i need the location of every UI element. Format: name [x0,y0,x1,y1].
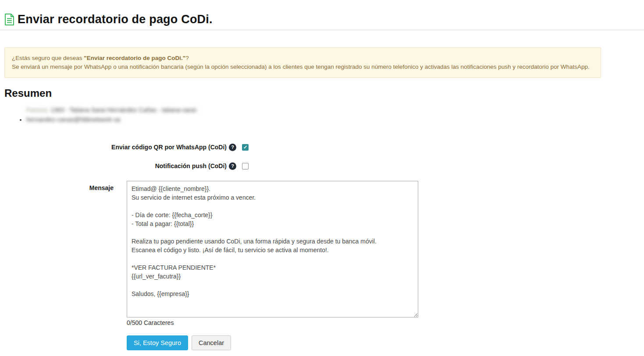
alert-question-line: ¿Estás seguro que deseas "Enviar recorda… [12,54,594,63]
reminder-form: Enviar código QR por WhatsApp (CoDi) ? ✓… [4,142,640,350]
question-circle-icon[interactable]: ? [229,162,236,170]
alert-body-text: Se enviará un mensaje por WhatsApp o una… [12,63,594,71]
confirmation-alert: ¿Estás seguro que deseas "Enviar recorda… [4,47,601,78]
redacted-invoice-info: Factura: 1383 - Tatiana Sarai Hernández … [26,105,210,124]
summary-list: Factura: 1383 - Tatiana Sarai Hernández … [4,105,640,124]
push-notification-checkbox[interactable] [242,163,249,169]
push-notification-row: Notificación push (CoDi) ? [4,161,640,171]
message-row: Mensaje Etimad@ {{cliente_nombre}}. Su s… [4,181,640,317]
alert-question-bold: "Enviar recordatorio de pago CoDi." [84,55,185,61]
action-buttons: Si, Estoy Seguro Cancelar [127,335,640,350]
header-divider [0,30,644,30]
confirm-button[interactable]: Si, Estoy Seguro [127,335,188,350]
whatsapp-qr-label: Enviar código QR por WhatsApp (CoDi) [4,144,227,151]
alert-question-suffix: ? [185,55,189,61]
whatsapp-qr-checkbox[interactable]: ✓ [242,144,249,151]
alert-question-prefix: ¿Estás seguro que deseas [12,55,84,61]
push-notification-label: Notificación push (CoDi) [4,162,227,169]
cancel-button[interactable]: Cancelar [192,335,231,350]
summary-heading: Resumen [4,87,640,99]
whatsapp-qr-row: Enviar código QR por WhatsApp (CoDi) ? ✓ [4,142,640,152]
question-circle-icon[interactable]: ? [229,144,236,151]
message-textarea[interactable]: Etimad@ {{cliente_nombre}}. Su servicio … [127,181,418,317]
page-title: Enviar recordatorio de pago CoDi. [18,13,213,26]
character-counter: 0/500 Caracteres [127,319,640,326]
message-label: Mensaje [4,181,114,191]
summary-list-item: Factura: 1383 - Tatiana Sarai Hernández … [26,105,640,124]
document-icon [4,14,14,26]
page-header: Enviar recordatorio de pago CoDi. [0,0,644,30]
